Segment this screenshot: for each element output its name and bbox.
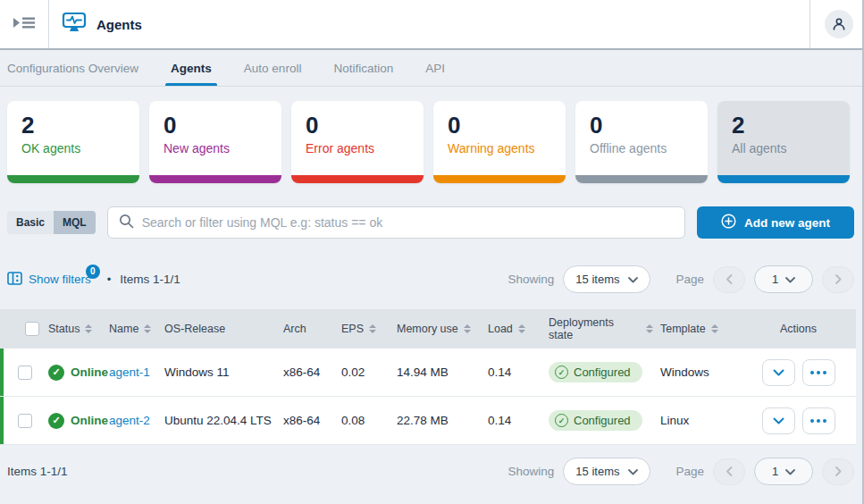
page-number-value-bottom: 1	[772, 465, 778, 478]
chevron-right-icon	[835, 464, 842, 480]
add-new-agent-button[interactable]: Add new agent	[697, 206, 854, 239]
tab-api[interactable]: API	[425, 50, 445, 86]
column-header-eps[interactable]: EPS	[334, 323, 390, 335]
tab-notification[interactable]: Notification	[333, 50, 393, 86]
column-header-memory-use[interactable]: Memory use	[390, 323, 481, 335]
items-range-label-top: Items 1-1/1	[120, 273, 180, 286]
tab-agents[interactable]: Agents	[171, 50, 212, 86]
chevron-down-icon	[773, 414, 784, 427]
page-size-select-top[interactable]: 15 items	[563, 265, 650, 293]
card-ok-agents[interactable]: 2 OK agents	[7, 101, 139, 183]
load-value: 0.14	[481, 414, 541, 427]
error-agents-bar	[291, 175, 424, 183]
mode-basic-button[interactable]: Basic	[7, 211, 54, 234]
plus-circle-icon	[721, 214, 736, 231]
page-size-select-bottom[interactable]: 15 items	[563, 458, 650, 485]
chevron-down-icon	[628, 273, 638, 286]
sort-icon	[711, 324, 718, 333]
page-number-select-top[interactable]: 1	[754, 265, 813, 293]
row-checkbox[interactable]	[18, 414, 32, 428]
prev-page-button-top[interactable]	[713, 266, 745, 293]
ellipsis-icon	[810, 419, 826, 423]
select-all-checkbox[interactable]	[25, 322, 39, 336]
error-agents-label: Error agents	[291, 139, 424, 155]
os-release-value: Windows 11	[157, 365, 276, 379]
card-all-agents[interactable]: 2 All agents	[717, 101, 850, 183]
chevron-right-icon	[835, 272, 842, 288]
tab-configurations-overview[interactable]: Configurations Overview	[7, 50, 138, 86]
expand-row-button[interactable]	[762, 407, 795, 434]
arch-value: x86-64	[276, 365, 334, 379]
column-header-name[interactable]: Name	[102, 323, 157, 335]
column-header-deployments-state[interactable]: Deployments state	[541, 316, 653, 341]
column-header-status[interactable]: Status	[41, 323, 102, 335]
ok-agents-bar	[7, 175, 139, 183]
all-agents-bar	[717, 175, 850, 183]
sort-icon	[646, 324, 653, 333]
chevron-left-icon	[726, 464, 733, 480]
eps-value: 0.02	[334, 365, 390, 379]
page-label-bottom: Page	[675, 465, 704, 478]
items-range-label-bottom: Items 1-1/1	[7, 465, 68, 478]
table-row-agent-1: ✓ Online agent-1 Windows 11 x86-64 0.02 …	[0, 349, 856, 397]
deployment-state-badge: ✓ Configured	[549, 410, 642, 431]
add-new-agent-label: Add new agent	[744, 216, 830, 230]
card-error-agents[interactable]: 0 Error agents	[291, 101, 424, 183]
new-agents-count: 0	[149, 101, 281, 139]
column-header-arch: Arch	[276, 323, 334, 335]
column-header-load[interactable]: Load	[481, 323, 541, 335]
new-agents-label: New agents	[149, 139, 281, 155]
eps-value: 0.08	[334, 414, 390, 427]
configured-check-icon: ✓	[555, 414, 568, 427]
template-value: Linux	[653, 414, 741, 427]
page-size-value-top: 15 items	[575, 273, 619, 286]
show-filters-button[interactable]: Show filters 0	[7, 272, 98, 288]
row-actions-menu-button[interactable]	[802, 359, 835, 386]
show-filters-label: Show filters	[29, 273, 91, 286]
chevron-down-icon	[785, 273, 795, 286]
card-offline-agents[interactable]: 0 Offline agents	[575, 101, 708, 183]
page-label-top: Page	[675, 273, 704, 286]
page-title: Agents	[96, 17, 142, 32]
warning-agents-label: Warning agents	[433, 139, 566, 155]
column-header-template[interactable]: Template	[653, 323, 741, 335]
column-header-os-release: OS-Release	[157, 323, 276, 335]
card-new-agents[interactable]: 0 New agents	[149, 101, 281, 183]
tab-auto-enroll[interactable]: Auto enroll	[244, 50, 302, 86]
warning-agents-count: 0	[433, 101, 566, 139]
agent-name-link[interactable]: agent-2	[109, 414, 150, 427]
agents-monitor-icon	[62, 12, 87, 38]
all-agents-label: All agents	[717, 139, 850, 155]
sort-icon	[144, 324, 151, 333]
load-value: 0.14	[481, 365, 541, 379]
memory-use-value: 22.78 MB	[390, 414, 481, 427]
error-agents-count: 0	[291, 101, 424, 139]
showing-label-top: Showing	[508, 273, 555, 286]
deployment-state-text: Configured	[574, 365, 631, 379]
sort-icon	[85, 324, 92, 333]
agents-page: Agents Configurations Overview Agents Au…	[0, 0, 864, 504]
search-input[interactable]	[142, 215, 674, 230]
section-tabs: Configurations Overview Agents Auto enro…	[0, 50, 862, 87]
user-avatar[interactable]	[825, 10, 853, 38]
page-number-select-bottom[interactable]: 1	[754, 458, 813, 485]
table-footer: Items 1-1/1 Showing 15 items Page 1	[0, 445, 862, 485]
row-actions-menu-button[interactable]	[802, 407, 835, 434]
top-header: Agents	[0, 0, 862, 50]
row-checkbox[interactable]	[18, 365, 32, 380]
agent-name-link[interactable]: agent-1	[109, 365, 150, 379]
search-box	[107, 206, 685, 239]
chevron-down-icon	[628, 465, 638, 478]
page-size-value-bottom: 15 items	[575, 465, 619, 478]
deployment-state-badge: ✓ Configured	[549, 362, 642, 382]
ok-agents-count: 2	[7, 101, 139, 139]
mode-mql-button[interactable]: MQL	[54, 211, 96, 234]
memory-use-value: 14.94 MB	[390, 365, 481, 379]
next-page-button-bottom[interactable]	[822, 458, 854, 485]
table-header-row: Status Name OS-Release Arch EPS Memory u…	[0, 309, 856, 349]
next-page-button-top[interactable]	[822, 266, 854, 293]
card-warning-agents[interactable]: 0 Warning agents	[433, 101, 566, 183]
prev-page-button-bottom[interactable]	[713, 458, 745, 485]
expand-row-button[interactable]	[762, 359, 795, 386]
sidebar-toggle-button[interactable]	[0, 0, 49, 48]
